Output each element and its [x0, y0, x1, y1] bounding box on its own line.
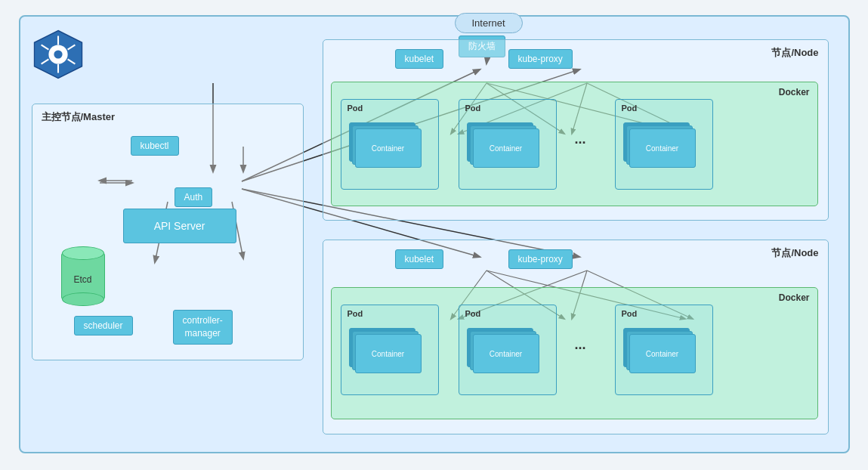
- pod1-node2: Pod Container: [341, 305, 439, 395]
- node1-label: 节点/Node: [771, 46, 818, 60]
- svg-point-31: [54, 50, 62, 58]
- auth-box: Auth: [175, 187, 213, 207]
- container-card-4a: Container: [355, 334, 422, 373]
- container-stack-2: Container: [465, 121, 541, 170]
- kubelet-node1-label: kubelet: [395, 49, 444, 69]
- kube-proxy-node1: kube-proxy: [508, 49, 573, 69]
- master-node: 主控节点/Master kubectl Auth API Server Etcd…: [32, 104, 304, 360]
- auth-label: Auth: [175, 187, 213, 207]
- controller-manager-box: controller-manager: [173, 310, 233, 345]
- dots-node2: ...: [575, 337, 586, 353]
- pod3-node1: Pod Container: [615, 99, 713, 190]
- master-label: 主控节点/Master: [42, 110, 116, 124]
- scheduler-box: scheduler: [74, 316, 133, 335]
- etcd-label: Etcd: [61, 252, 105, 301]
- pod3-node2: Pod Container: [615, 305, 713, 395]
- pod2-node2: Pod Container: [459, 305, 557, 395]
- k8s-logo: [32, 28, 85, 81]
- kubelet-node2: kubelet: [395, 249, 444, 269]
- docker-area-node1: Docker Pod Container Pod Container: [331, 82, 818, 206]
- etcd-container: Etcd: [61, 252, 105, 301]
- container-card-5a: Container: [473, 334, 539, 373]
- container-card-2a: Container: [473, 128, 539, 168]
- kubelet-node1: kubelet: [395, 49, 444, 69]
- node2-label: 节点/Node: [771, 246, 818, 260]
- api-server-label: API Server: [123, 209, 236, 243]
- container-stack-5: Container: [465, 326, 541, 376]
- internet-cloud: Internet: [455, 13, 523, 33]
- stacked-3: Container: [622, 121, 697, 170]
- container-stack-4: Container: [348, 326, 423, 376]
- api-server-box: API Server: [123, 209, 236, 243]
- pod2-node1: Pod Container: [459, 99, 557, 190]
- stacked-2: Container: [465, 121, 541, 170]
- container-stack-3: Container: [622, 121, 697, 170]
- kubectl-box: kubectl: [131, 136, 179, 156]
- node2: 节点/Node kubelet kube-proxy Docker Pod Co…: [323, 240, 829, 434]
- pod1-node1: Pod Container: [341, 99, 439, 190]
- kube-proxy-node2: kube-proxy: [508, 249, 573, 269]
- scheduler-label: scheduler: [74, 316, 133, 335]
- controller-manager-label: controller-manager: [173, 310, 233, 345]
- internet-label: Internet: [455, 13, 523, 33]
- docker-area-node2: Docker Pod Container Pod Container: [331, 287, 818, 419]
- container-stack-6: Container: [622, 326, 697, 376]
- kube-proxy-node1-label: kube-proxy: [508, 49, 573, 69]
- container-card-3a: Container: [629, 128, 696, 168]
- stacked-6: Container: [622, 326, 697, 376]
- kubectl-label: kubectl: [131, 136, 179, 156]
- kube-proxy-node2-label: kube-proxy: [508, 249, 573, 269]
- node1: 节点/Node kubelet kube-proxy Docker Pod Co…: [323, 39, 829, 221]
- container-stack-1: Container: [348, 121, 423, 170]
- docker-node1-label: Docker: [779, 87, 810, 97]
- stacked-4: Container: [348, 326, 423, 376]
- stacked-1: Container: [348, 121, 423, 170]
- docker-node2-label: Docker: [779, 292, 810, 303]
- container-card-1a: Container: [355, 128, 422, 168]
- main-diagram: Internet 防火墙 主控节点/Master kubectl Auth AP…: [19, 15, 850, 453]
- kubelet-node2-label: kubelet: [395, 249, 444, 269]
- stacked-5: Container: [465, 326, 541, 376]
- dots-node1: ...: [575, 131, 586, 147]
- container-card-6a: Container: [629, 334, 696, 373]
